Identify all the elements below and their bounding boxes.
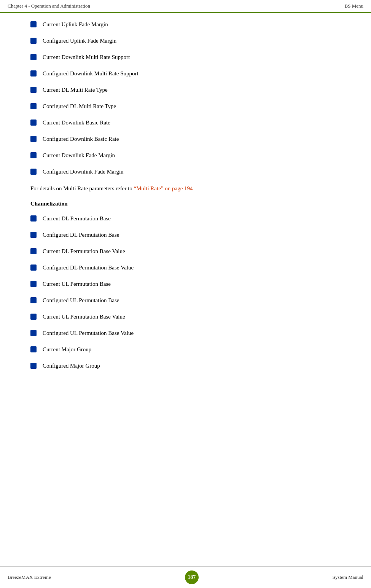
bullet-icon xyxy=(30,120,37,126)
bullet-text: Current Major Group xyxy=(43,346,91,354)
bullet-text: Current DL Permutation Base xyxy=(43,215,111,223)
list-item: Current Uplink Fade Margin xyxy=(30,21,348,29)
list-item: Current Downlink Fade Margin xyxy=(30,151,348,159)
bullet-icon xyxy=(30,232,37,238)
bullet-text: Current Uplink Fade Margin xyxy=(43,21,108,29)
refer-prefix: For details on Multi Rate parameters ref… xyxy=(30,185,134,191)
bullet-text: Configured Downlink Multi Rate Support xyxy=(43,70,139,78)
bullet-icon xyxy=(30,363,37,369)
bullet-text: Current DL Permutation Base Value xyxy=(43,247,125,255)
top-bullet-list: Current Uplink Fade Margin Configured Up… xyxy=(30,21,348,176)
bullet-text: Configured UL Permutation Base xyxy=(43,296,119,304)
bullet-text: Current Downlink Basic Rate xyxy=(43,119,110,127)
list-item: Configured Downlink Basic Rate xyxy=(30,135,348,143)
list-item: Configured Downlink Multi Rate Support xyxy=(30,70,348,78)
bullet-text: Current UL Permutation Base xyxy=(43,280,111,288)
footer-left: BreezeMAX Extreme xyxy=(8,574,51,580)
list-item: Current DL Permutation Base xyxy=(30,215,348,223)
bullet-icon xyxy=(30,346,37,352)
bullet-text: Configured Downlink Basic Rate xyxy=(43,135,119,143)
bullet-text: Configured DL Permutation Base Value xyxy=(43,264,134,272)
list-item: Configured Downlink Fade Margin xyxy=(30,168,348,176)
list-item: Current UL Permutation Base xyxy=(30,280,348,288)
footer-right: System Manual xyxy=(333,574,363,580)
list-item: Configured DL Multi Rate Type xyxy=(30,102,348,110)
bullet-icon xyxy=(30,38,37,44)
section-title: BS Menu xyxy=(345,3,363,9)
page-number: 187 xyxy=(185,570,199,584)
refer-link[interactable]: “Multi Rate” on page 194 xyxy=(134,185,193,191)
bullet-text: Configured Uplink Fade Margin xyxy=(43,37,116,45)
bullet-icon xyxy=(30,21,37,27)
bullet-icon xyxy=(30,54,37,60)
list-item: Configured UL Permutation Base xyxy=(30,296,348,304)
bullet-text: Current Downlink Fade Margin xyxy=(43,151,115,159)
bullet-icon xyxy=(30,248,37,254)
bullet-icon xyxy=(30,103,37,109)
channelization-heading: Channelization xyxy=(30,201,348,207)
bullet-icon xyxy=(30,314,37,320)
bullet-text: Configured Major Group xyxy=(43,362,100,370)
page-header: Chapter 4 - Operation and Administration… xyxy=(0,0,371,13)
bullet-icon xyxy=(30,330,37,336)
list-item: Current Downlink Basic Rate xyxy=(30,119,348,127)
list-item: Current DL Permutation Base Value xyxy=(30,247,348,255)
bullet-icon xyxy=(30,152,37,158)
list-item: Current UL Permutation Base Value xyxy=(30,313,348,321)
list-item: Configured DL Permutation Base xyxy=(30,231,348,239)
list-item: Configured DL Permutation Base Value xyxy=(30,264,348,272)
bullet-icon xyxy=(30,215,37,221)
channelization-bullet-list: Current DL Permutation Base Configured D… xyxy=(30,215,348,370)
bullet-text: Current Downlink Multi Rate Support xyxy=(43,53,130,61)
bullet-icon xyxy=(30,70,37,76)
bullet-text: Configured UL Permutation Base Value xyxy=(43,329,134,337)
chapter-title: Chapter 4 - Operation and Administration xyxy=(8,3,90,9)
bullet-text: Current UL Permutation Base Value xyxy=(43,313,125,321)
list-item: Current DL Multi Rate Type xyxy=(30,86,348,94)
list-item: Current Downlink Multi Rate Support xyxy=(30,53,348,61)
page-footer: BreezeMAX Extreme 187 System Manual xyxy=(0,566,371,588)
list-item: Configured UL Permutation Base Value xyxy=(30,329,348,337)
bullet-icon xyxy=(30,87,37,93)
bullet-text: Configured Downlink Fade Margin xyxy=(43,168,124,176)
bullet-icon xyxy=(30,169,37,175)
bullet-text: Configured DL Multi Rate Type xyxy=(43,102,116,110)
refer-paragraph: For details on Multi Rate parameters ref… xyxy=(30,184,348,193)
bullet-text: Current DL Multi Rate Type xyxy=(43,86,108,94)
list-item: Configured Major Group xyxy=(30,362,348,370)
bullet-icon xyxy=(30,281,37,287)
bullet-text: Configured DL Permutation Base xyxy=(43,231,119,239)
bullet-icon xyxy=(30,136,37,142)
page-content: Current Uplink Fade Margin Configured Up… xyxy=(0,13,371,386)
list-item: Configured Uplink Fade Margin xyxy=(30,37,348,45)
bullet-icon xyxy=(30,297,37,303)
bullet-icon xyxy=(30,265,37,271)
list-item: Current Major Group xyxy=(30,346,348,354)
